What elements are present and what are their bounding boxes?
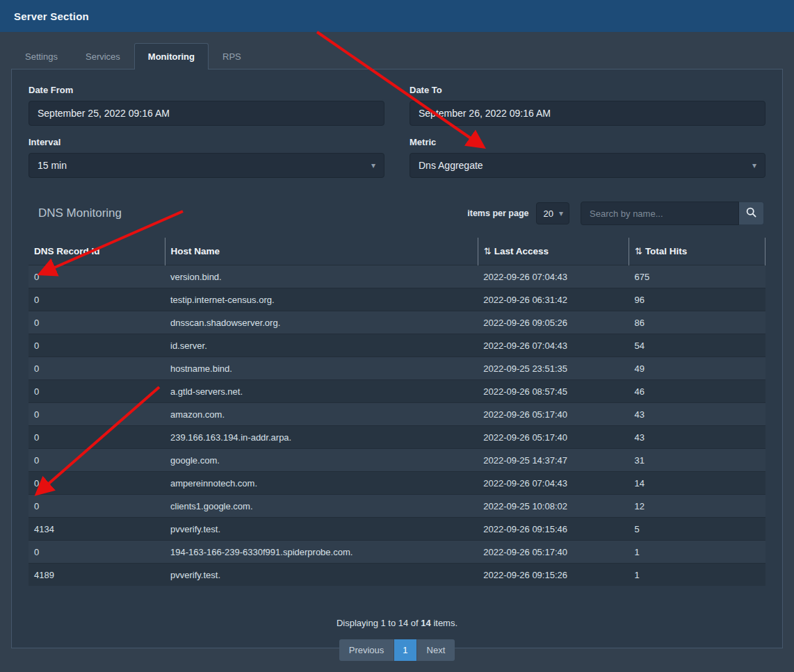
cell-total-hits: 675 (629, 265, 765, 288)
interval-group: Interval 15 min ▾ (29, 137, 384, 178)
cell-last-access: 2022-09-25 23:51:35 (478, 357, 629, 380)
metric-select[interactable]: Dns Aggregate ▾ (410, 153, 765, 178)
cell-last-access: 2022-09-26 06:31:42 (478, 288, 629, 311)
cell-last-access: 2022-09-26 07:04:43 (478, 472, 629, 495)
table-row: 0a.gtld-servers.net.2022-09-26 08:57:454… (29, 380, 765, 403)
cell-total-hits: 31 (629, 449, 765, 472)
cell-total-hits: 49 (629, 357, 765, 380)
cell-dns-record-id: 0 (29, 495, 165, 518)
tab-settings[interactable]: Settings (11, 43, 72, 69)
table-row: 0testip.internet-census.org.2022-09-26 0… (29, 288, 765, 311)
cell-total-hits: 5 (629, 518, 765, 541)
cell-host-name: ampereinnotech.com. (165, 472, 478, 495)
cell-total-hits: 86 (629, 311, 765, 334)
items-summary: Displaying 1 to 14 of 14 items. (29, 618, 765, 628)
cell-last-access: 2022-09-26 07:04:43 (478, 334, 629, 357)
cell-dns-record-id: 0 (29, 541, 165, 564)
items-per-page-select[interactable]: 20 ▾ (536, 202, 570, 224)
metric-group: Metric Dns Aggregate ▾ (410, 137, 765, 178)
section-title: DNS Monitoring (38, 206, 122, 220)
cell-total-hits: 46 (629, 380, 765, 403)
date-from-group: Date From (29, 85, 384, 126)
table-row: 0google.com.2022-09-25 14:37:4731 (29, 449, 765, 472)
table-row: 0version.bind.2022-09-26 07:04:43675 (29, 265, 765, 288)
table-row: 0239.166.163.194.in-addr.arpa.2022-09-26… (29, 426, 765, 449)
dns-monitoring-table: DNS Record Id Host Name ⇅Last Access ⇅To… (29, 238, 765, 586)
monitoring-panel: Date From Date To Interval 15 min ▾ Metr… (11, 69, 783, 648)
page-1-button[interactable]: 1 (394, 639, 416, 661)
table-row: 0clients1.google.com.2022-09-25 10:08:02… (29, 495, 765, 518)
tab-rps[interactable]: RPS (209, 43, 255, 69)
cell-host-name: testip.internet-census.org. (165, 288, 478, 311)
cell-host-name: a.gtld-servers.net. (165, 380, 478, 403)
cell-dns-record-id: 0 (29, 380, 165, 403)
items-per-page-label: items per page (467, 208, 528, 218)
section-controls: items per page 20 ▾ (467, 202, 764, 225)
chevron-down-icon: ▾ (752, 161, 756, 170)
search-input[interactable] (581, 202, 739, 225)
interval-select[interactable]: 15 min ▾ (29, 153, 384, 178)
cell-last-access: 2022-09-26 09:05:26 (478, 311, 629, 334)
search-icon (746, 207, 756, 220)
cell-total-hits: 54 (629, 334, 765, 357)
tab-bar: Settings Services Monitoring RPS (0, 43, 794, 69)
sort-icon: ⇅ (484, 246, 492, 256)
table-row: 0dnsscan.shadowserver.org.2022-09-26 09:… (29, 311, 765, 334)
cell-last-access: 2022-09-25 14:37:47 (478, 449, 629, 472)
cell-last-access: 2022-09-25 10:08:02 (478, 495, 629, 518)
cell-host-name: 194-163-166-239-6330f991.spiderprobe.com… (165, 541, 478, 564)
table-row: 0amazon.com.2022-09-26 05:17:4043 (29, 403, 765, 426)
search-button[interactable] (739, 202, 764, 225)
metric-value: Dns Aggregate (419, 160, 483, 171)
cell-last-access: 2022-09-26 07:04:43 (478, 265, 629, 288)
cell-total-hits: 96 (629, 288, 765, 311)
cell-last-access: 2022-09-26 05:17:40 (478, 541, 629, 564)
next-page-button[interactable]: Next (417, 639, 455, 661)
cell-last-access: 2022-09-26 09:15:26 (478, 564, 629, 587)
cell-dns-record-id: 4189 (29, 564, 165, 587)
cell-total-hits: 43 (629, 426, 765, 449)
sort-icon: ⇅ (635, 246, 642, 256)
table-row: 0hostname.bind.2022-09-25 23:51:3549 (29, 357, 765, 380)
cell-host-name: pvverify.test. (165, 518, 478, 541)
cell-last-access: 2022-09-26 05:17:40 (478, 403, 629, 426)
previous-page-button[interactable]: Previous (339, 639, 395, 661)
date-to-label: Date To (410, 85, 765, 95)
cell-total-hits: 1 (629, 541, 765, 564)
cell-host-name: pvverify.test. (165, 564, 478, 587)
section-header: DNS Monitoring items per page 20 ▾ (29, 202, 765, 225)
cell-dns-record-id: 0 (29, 426, 165, 449)
cell-last-access: 2022-09-26 05:17:40 (478, 426, 629, 449)
cell-dns-record-id: 0 (29, 265, 165, 288)
column-header-total-hits[interactable]: ⇅Total Hits (629, 238, 765, 265)
date-to-group: Date To (410, 85, 765, 126)
date-to-input[interactable] (410, 101, 765, 126)
table-row: 0id.server.2022-09-26 07:04:4354 (29, 334, 765, 357)
cell-host-name: id.server. (165, 334, 478, 357)
cell-host-name: hostname.bind. (165, 357, 478, 380)
interval-label: Interval (29, 137, 384, 147)
interval-value: 15 min (38, 160, 67, 171)
table-header-row: DNS Record Id Host Name ⇅Last Access ⇅To… (29, 238, 765, 265)
column-header-host-name: Host Name (165, 238, 478, 265)
metric-label: Metric (410, 137, 765, 147)
pagination: Previous 1 Next (29, 639, 765, 661)
cell-dns-record-id: 4134 (29, 518, 165, 541)
cell-host-name: clients1.google.com. (165, 495, 478, 518)
cell-dns-record-id: 0 (29, 449, 165, 472)
cell-host-name: dnsscan.shadowserver.org. (165, 311, 478, 334)
cell-dns-record-id: 0 (29, 334, 165, 357)
cell-host-name: google.com. (165, 449, 478, 472)
chevron-down-icon: ▾ (559, 208, 563, 218)
cell-dns-record-id: 0 (29, 403, 165, 426)
date-from-input[interactable] (29, 101, 384, 126)
tab-services[interactable]: Services (72, 43, 134, 69)
tab-monitoring[interactable]: Monitoring (134, 43, 209, 69)
date-from-label: Date From (29, 85, 384, 95)
column-header-last-access[interactable]: ⇅Last Access (478, 238, 629, 265)
items-per-page-value: 20 (544, 208, 553, 219)
cell-host-name: 239.166.163.194.in-addr.arpa. (165, 426, 478, 449)
table-row: 4189pvverify.test.2022-09-26 09:15:261 (29, 564, 765, 587)
cell-host-name: amazon.com. (165, 403, 478, 426)
search-group (581, 202, 764, 225)
